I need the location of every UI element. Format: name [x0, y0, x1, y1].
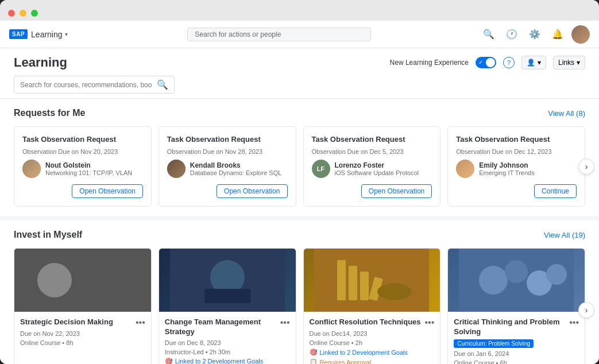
course-card-conflict: Conflict Resolution Techniques ••• Due o… — [303, 248, 441, 364]
user-avatar[interactable] — [571, 25, 590, 44]
task-card-1-person: Nout Golstein Networking 101: TCP/IP, VL… — [22, 160, 143, 178]
svg-point-14 — [479, 266, 508, 295]
search-icon: 🔍 — [157, 79, 168, 90]
course-card-strategic-menu-icon[interactable]: ••• — [136, 317, 145, 328]
course-card-change-body: Change Team Management Strategy ••• Due … — [159, 312, 296, 364]
help-icon[interactable]: ? — [503, 57, 515, 68]
nav-app-chevron-icon: ▾ — [65, 31, 68, 37]
task-card-1-person-info: Nout Golstein Networking 101: TCP/IP, VL… — [45, 161, 132, 176]
course-card-change-goal-link[interactable]: 🎯 Linked to 2 Development Goals — [165, 358, 290, 364]
task-card-2-person-course: Database Dynamo: Explore SQL — [190, 169, 282, 176]
course-card-conflict-goal-link[interactable]: 🎯 Linked to 2 Development Goals — [310, 348, 435, 356]
header-controls: New Learning Experience ✓ ? 👤 ▾ Links — [390, 56, 585, 69]
task-card-3-avatar: LF — [312, 160, 330, 178]
user-dropdown-button[interactable]: 👤 ▾ — [521, 56, 546, 69]
course-card-strategic: Strategic Decision Making ••• Due on Nov… — [14, 248, 152, 364]
course-search-input[interactable] — [20, 81, 152, 89]
invest-section: Invest in Myself View All (19) — [0, 220, 599, 364]
task-card-2-person: Kendall Brooks Database Dynamo: Explore … — [167, 160, 288, 178]
course-card-conflict-due: Due on Dec14, 2023 — [310, 330, 435, 337]
task-card-2: Task Observation Request Observation Due… — [159, 126, 296, 207]
task-card-1-due: Observation Due on Nov 20, 2023 — [22, 148, 143, 155]
course-search-bar[interactable]: 🔍 — [14, 76, 175, 94]
task-card-3: Task Observation Request Observation Due… — [303, 126, 441, 207]
goal-icon-conflict: 🎯 — [310, 348, 318, 356]
course-card-critical-type: Online Course • 6h — [454, 359, 579, 364]
course-card-change-title: Change Team Management Strategy — [165, 317, 280, 337]
browser-dot-yellow[interactable] — [20, 10, 26, 17]
course-card-conflict-image — [304, 249, 440, 312]
invest-next-button[interactable]: › — [578, 302, 594, 318]
task-card-3-due: Observation Due on Dec 5, 2023 — [312, 148, 432, 155]
svg-point-12 — [377, 283, 412, 300]
nav-search-bar[interactable]: Search for actions or people — [187, 28, 371, 41]
task-card-1-avatar — [22, 160, 41, 178]
requests-section-title: Requests for Me — [14, 108, 85, 118]
task-card-3-person: LF Lorenzo Foster iOS Software Update Pr… — [312, 160, 432, 178]
course-card-change: Change Team Management Strategy ••• Due … — [159, 248, 296, 364]
svg-rect-10 — [360, 272, 369, 300]
course-card-critical-tag: Curriculum: Problem Solving — [454, 339, 534, 348]
requests-view-all-link[interactable]: View All (8) — [548, 109, 585, 118]
nav-app-name-label: Learning — [31, 30, 63, 39]
task-card-1-action-button[interactable]: Open Observation — [72, 184, 142, 198]
new-learning-toggle[interactable]: ✓ — [476, 57, 496, 68]
requests-next-button[interactable]: › — [578, 158, 594, 175]
course-card-change-image — [159, 249, 296, 312]
nav-search-wrapper: Search for actions or people — [79, 28, 480, 41]
links-label: Links — [558, 59, 574, 67]
new-learning-label: New Learning Experience — [390, 59, 469, 67]
browser-dot-red[interactable] — [8, 10, 15, 17]
task-card-3-action-button[interactable]: Open Observation — [361, 184, 432, 198]
course-cards-row: Strategic Decision Making ••• Due on Nov… — [14, 248, 585, 364]
search-nav-icon[interactable]: 🔍 — [480, 25, 498, 44]
sap-logo: SAP — [9, 29, 28, 39]
requests-cards-row: Task Observation Request Observation Due… — [14, 126, 585, 207]
svg-rect-6 — [204, 289, 250, 303]
course-card-strategic-title: Strategic Decision Making — [20, 317, 136, 327]
nav-search-text: Search for actions or people — [195, 30, 281, 38]
bell-nav-icon[interactable]: 🔔 — [548, 25, 567, 44]
invest-section-header: Invest in Myself View All (19) — [14, 230, 585, 240]
task-card-4-person-name: Emily Johnson — [479, 161, 534, 169]
task-card-4-due: Observation Due on Dec 12, 2023 — [456, 148, 577, 155]
browser-dot-green[interactable] — [31, 10, 38, 17]
requests-section: Requests for Me View All (8) Task Observ… — [0, 99, 599, 216]
course-card-conflict-approval-link[interactable]: 📋 Requires Approval — [310, 358, 435, 364]
svg-point-1 — [55, 264, 87, 296]
task-card-4-title: Task Observation Request — [456, 135, 577, 144]
course-card-conflict-menu-icon[interactable]: ••• — [424, 317, 434, 328]
approval-icon: 📋 — [310, 358, 318, 364]
task-card-4-action-button[interactable]: Continue — [534, 184, 577, 198]
clock-nav-icon[interactable]: 🕐 — [503, 25, 521, 44]
course-card-conflict-body: Conflict Resolution Techniques ••• Due o… — [304, 312, 440, 364]
svg-rect-3 — [37, 272, 65, 292]
course-card-critical-body: Critical Thinking and Problem Solving ••… — [448, 312, 585, 364]
course-card-critical-menu-icon[interactable]: ••• — [569, 317, 579, 328]
task-card-3-person-info: Lorenzo Foster iOS Software Update Proto… — [335, 161, 419, 176]
task-card-2-due: Observation Due on Nov 28, 2023 — [167, 148, 288, 155]
course-card-change-type: Instructor-Led • 2h 30m — [165, 348, 290, 355]
task-card-2-avatar — [167, 160, 186, 178]
task-card-2-title: Task Observation Request — [167, 135, 288, 144]
task-card-3-person-name: Lorenzo Foster — [335, 161, 419, 169]
svg-rect-9 — [349, 266, 357, 300]
links-dropdown-button[interactable]: Links ▾ — [553, 56, 585, 69]
requests-section-header: Requests for Me View All (8) — [14, 108, 585, 118]
task-card-2-action-button[interactable]: Open Observation — [217, 184, 287, 198]
task-card-4-avatar — [456, 160, 474, 178]
course-card-strategic-body: Strategic Decision Making ••• Due on Nov… — [14, 312, 151, 364]
course-card-critical-title: Critical Thinking and Problem Solving — [454, 317, 569, 337]
svg-point-17 — [546, 264, 567, 285]
nav-brand: SAP Learning ▾ — [9, 29, 68, 39]
nav-app-name[interactable]: Learning ▾ — [31, 30, 68, 39]
course-card-change-menu-icon[interactable]: ••• — [280, 317, 290, 328]
page-title: Learning — [14, 55, 67, 70]
course-card-critical-due: Due on Jan 6, 2024 — [454, 350, 579, 357]
settings-nav-icon[interactable]: ⚙️ — [525, 25, 544, 44]
page-header: Learning New Learning Experience ✓ ? 👤 ▾ — [0, 48, 599, 99]
svg-rect-7 — [314, 249, 429, 312]
svg-rect-8 — [337, 260, 346, 300]
invest-view-all-link[interactable]: View All (19) — [544, 231, 585, 239]
task-card-4-person-info: Emily Johnson Emerging IT Trends — [479, 161, 534, 176]
